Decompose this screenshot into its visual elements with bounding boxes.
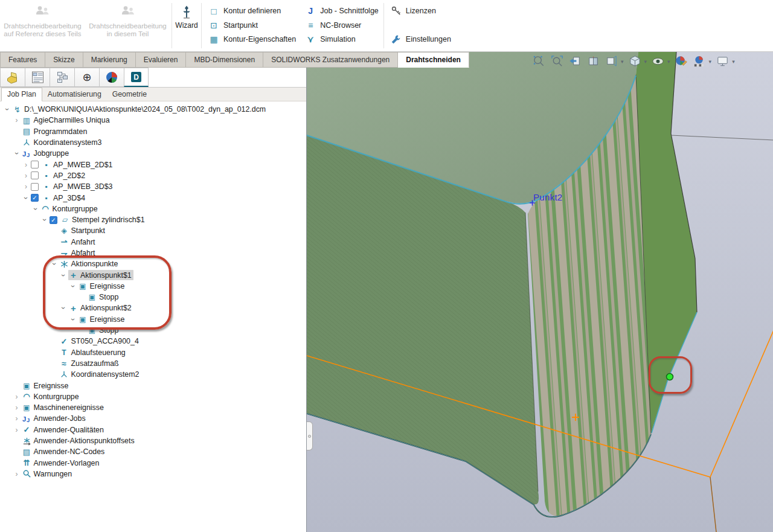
tree-item-programmdaten[interactable]: ▤Programmdaten <box>0 126 306 137</box>
ribbon-command-kontur-definieren[interactable]: □Kontur definieren <box>208 4 296 18</box>
chevron-collapsed-icon[interactable]: › <box>12 116 22 124</box>
panel-splitter-handle[interactable] <box>307 421 313 450</box>
tab-evaluieren[interactable]: Evaluieren <box>136 52 187 68</box>
tree-item-aktionspunkt-2[interactable]: ›+Aktionspunkt$2 <box>0 303 306 313</box>
subtab-job-plan[interactable]: Job Plan <box>1 88 42 101</box>
chevron-expanded-icon[interactable]: › <box>3 104 11 114</box>
tree-item-ap-2d-2[interactable]: ›▪AP_2D$2 <box>0 170 306 181</box>
tree-item-ereignisse[interactable]: ▣Ereignisse <box>0 380 306 391</box>
tab-markierung[interactable]: Markierung <box>83 52 136 68</box>
tree-item-agiecharmilles-uniqua[interactable]: ›▥AgieCharmilles Uniqua <box>0 115 306 126</box>
tree-checkbox[interactable]: ✓ <box>50 216 57 224</box>
hud-3d-drawing-view-button[interactable] <box>604 54 619 69</box>
dropdown-caret-icon[interactable]: ▾ <box>709 59 712 65</box>
tree-item-anfahrt[interactable]: ⇀Anfahrt <box>0 237 306 248</box>
dropdown-caret-icon[interactable]: ▾ <box>621 59 624 65</box>
hud-apply-scene-button[interactable] <box>692 54 707 69</box>
tab-drahtschneiden[interactable]: Drahtschneiden <box>398 52 469 68</box>
chevron-collapsed-icon[interactable]: › <box>12 426 22 434</box>
subtab-automatisierung[interactable]: Automatisierung <box>42 88 107 101</box>
tree-item-anwender-qualitäten[interactable]: ›✓Anwender-Qualitäten <box>0 425 306 435</box>
subtab-geometrie[interactable]: Geometrie <box>107 88 152 101</box>
tree-item-stopp[interactable]: ▣Stopp <box>0 325 306 336</box>
ribbon-command-startpunkt[interactable]: ⊡Startpunkt <box>208 19 296 32</box>
chevron-expanded-icon[interactable]: › <box>59 271 68 280</box>
tree-item-koordinatensystem2[interactable]: Koordinatensystem2 <box>0 369 306 380</box>
tab-features[interactable]: Features <box>0 52 45 68</box>
panel-tab-property-manager[interactable] <box>25 68 50 87</box>
ribbon-command-job-schnittfolge[interactable]: JJob - Schnittfolge <box>304 4 379 18</box>
panel-tab-display-manager[interactable] <box>99 68 124 87</box>
panel-tab-feature-manager[interactable] <box>0 68 25 87</box>
hud-view-settings-button[interactable] <box>715 54 730 69</box>
chevron-collapsed-icon[interactable]: › <box>12 393 22 401</box>
tree-item-zusatzaufmaß[interactable]: ≈Zusatzaufmaß <box>0 358 306 369</box>
ribbon-command-kontur-eigenschaften[interactable]: ▦Kontur-Eigenschaften <box>208 33 296 46</box>
tree-item-warnungen[interactable]: ›Warnungen <box>0 469 306 479</box>
panel-tab-configuration-manager[interactable] <box>50 68 74 87</box>
chevron-expanded-icon[interactable]: › <box>22 193 30 203</box>
wizard-button[interactable]: Wizard <box>173 0 200 51</box>
tree-item-ereignisse[interactable]: ›▣Ereignisse <box>0 281 306 292</box>
tree-item-aktionspunkte[interactable]: ›Aktionspunkte <box>0 258 306 269</box>
hud-display-style-button[interactable] <box>650 54 666 69</box>
tree-item-konturgruppe[interactable]: ›◠Konturgruppe <box>0 204 306 214</box>
tree-item-ap-mweb-3d-3[interactable]: ›▪AP_MWEB_3D$3 <box>0 181 306 192</box>
tree-item-startpunkt[interactable]: ◈Startpunkt <box>0 225 306 236</box>
tree-item-anwender-vorlagen[interactable]: ⇈Anwender-Vorlagen <box>0 458 306 469</box>
3d-model-scene[interactable] <box>307 52 773 532</box>
tree-item-stempel-zylindrisch-1[interactable]: ›✓▱Stempel zylindrisch$1 <box>0 214 306 225</box>
tree-checkbox[interactable] <box>31 161 39 168</box>
chevron-collapsed-icon[interactable]: › <box>12 414 22 423</box>
tree-item-ap-3d-4[interactable]: ›✓▪AP_3D$4 <box>0 192 306 203</box>
tree-item-d-work-uniqua-aktionspunkte-2024-05-08-t002-dyn-ap-012-dcm[interactable]: ›↯D:\_WORK\UNIQUA\Aktionspunkte\2024_05_… <box>0 104 306 115</box>
tree-item-ablaufsteuerung[interactable]: TAblaufsteuerung <box>0 347 306 358</box>
tree-checkbox[interactable] <box>31 183 39 191</box>
tree-item-stopp[interactable]: ▣Stopp <box>0 292 306 303</box>
chevron-expanded-icon[interactable]: › <box>50 259 59 269</box>
hud-previous-view-button[interactable] <box>568 54 583 69</box>
ribbon-command-einstellungen[interactable]: Einstellungen <box>390 33 451 46</box>
tree-item-abfahrt[interactable]: ⇁Abfahrt <box>0 248 306 258</box>
ribbon-button-drahtschneidbearbeitung-in-diesem-teil[interactable]: Drahtschneidbearbeitungin diesem Teil <box>85 0 170 51</box>
hud-section-view-button[interactable] <box>586 54 601 69</box>
hud-zoom-fit-button[interactable] <box>531 54 547 69</box>
hud-zoom-area-button[interactable] <box>550 54 565 69</box>
dropdown-caret-icon[interactable]: ▾ <box>667 59 670 65</box>
panel-tab-dimxpert-manager[interactable]: ⊕ <box>74 68 99 87</box>
tree-item-maschinenereignisse[interactable]: ›▣Maschinenereignisse <box>0 402 306 413</box>
ribbon-command-simulation[interactable]: ⋎Simulation <box>304 33 379 46</box>
chevron-collapsed-icon[interactable]: › <box>21 182 31 191</box>
tree-checkbox[interactable]: ✓ <box>31 194 39 202</box>
chevron-expanded-icon[interactable]: › <box>59 303 68 313</box>
tree-item-aktionspunkt-1[interactable]: ›+Aktionspunkt$1 <box>0 269 306 280</box>
chevron-expanded-icon[interactable]: › <box>69 315 77 324</box>
ribbon-button-drahtschneidbearbeitung-auf-referenz-dieses-teils[interactable]: Drahtschneidbearbeitungauf Referenz dies… <box>0 0 85 51</box>
chevron-collapsed-icon[interactable]: › <box>12 403 22 412</box>
tab-skizze[interactable]: Skizze <box>45 52 83 68</box>
hud-edit-appearance-button[interactable] <box>674 54 689 69</box>
chevron-collapsed-icon[interactable]: › <box>21 171 31 180</box>
tree-item-koordinatensystem3[interactable]: Koordinatensystem3 <box>0 137 306 148</box>
ribbon-command-lizenzen[interactable]: Lizenzen <box>390 4 451 18</box>
dropdown-caret-icon[interactable]: ▾ <box>732 59 735 65</box>
chevron-collapsed-icon[interactable]: › <box>21 161 31 169</box>
tab-solidworks-zusatzanwendungen[interactable]: SOLIDWORKS Zusatzanwendungen <box>263 52 398 68</box>
tree-item-anwender-jobs[interactable]: ›JJAnwender-Jobs <box>0 413 306 424</box>
panel-tab-wire-edm-addin-tab[interactable]: D <box>124 68 149 87</box>
tree-item-jobgruppe[interactable]: ›JJJobgruppe <box>0 148 306 159</box>
chevron-expanded-icon[interactable]: › <box>13 149 21 158</box>
tree-checkbox[interactable] <box>31 171 39 179</box>
tree-item-ap-mweb-2d-1[interactable]: ›▪AP_MWEB_2D$1 <box>0 159 306 170</box>
chevron-expanded-icon[interactable]: › <box>31 204 40 214</box>
3d-viewport[interactable]: Punkt2 ▾▾▾▾▾ <box>306 52 773 532</box>
tree-item-anwender-nc-codes[interactable]: ▤Anwender-NC-Codes <box>0 446 306 457</box>
tree-item-ereignisse[interactable]: ›▣Ereignisse <box>0 314 306 325</box>
ribbon-command-nc-browser[interactable]: ≡NC-Browser <box>304 19 379 32</box>
actionpoint-vertex-marker[interactable] <box>667 374 673 380</box>
chevron-expanded-icon[interactable]: › <box>40 215 49 225</box>
hud-view-orientation-button[interactable] <box>627 54 643 69</box>
chevron-collapsed-icon[interactable]: › <box>12 470 22 478</box>
tree-item-st050-acca900-4[interactable]: ✓ST050_ACCA900_4 <box>0 336 306 347</box>
tree-item-anwender-aktionspunktoffsets[interactable]: Anwender-Aktionspunktoffsets <box>0 435 306 446</box>
